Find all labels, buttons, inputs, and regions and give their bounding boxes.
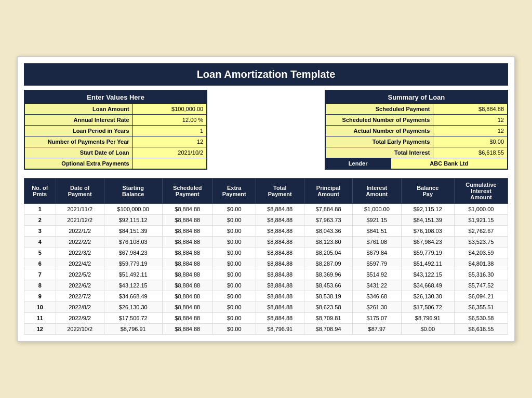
total-interest-label: Total Interest bbox=[326, 147, 434, 158]
cell-total: $8,796.91 bbox=[256, 324, 304, 335]
cell-interest: $431.22 bbox=[353, 280, 401, 291]
cell-interest: $346.68 bbox=[353, 291, 401, 302]
cell-cum-interest: $5,316.30 bbox=[455, 269, 508, 280]
cell-start-bal: $59,779.19 bbox=[104, 258, 162, 269]
payments-per-year-label: Number of Payments Per Year bbox=[25, 136, 133, 147]
cell-total: $8,884.88 bbox=[256, 237, 304, 248]
cell-principal: $8,205.04 bbox=[304, 248, 352, 258]
cell-no: 9 bbox=[24, 291, 56, 302]
cell-no: 10 bbox=[24, 302, 56, 313]
cell-scheduled: $8,884.88 bbox=[162, 248, 212, 258]
extra-payments-label: Optional Extra Payments bbox=[25, 158, 133, 169]
table-row: 4 2022/2/2 $76,108.03 $8,884.88 $0.00 $8… bbox=[24, 237, 508, 248]
actual-num-label: Actual Number of Payments bbox=[326, 126, 434, 136]
cell-no: 8 bbox=[24, 280, 56, 291]
scheduled-num-row: Scheduled Number of Payments 12 bbox=[326, 115, 507, 126]
actual-num-row: Actual Number of Payments 12 bbox=[326, 126, 507, 136]
interest-rate-value[interactable]: 12.00 % bbox=[133, 115, 207, 125]
cell-start-bal: $84,151.39 bbox=[104, 226, 162, 237]
cell-interest: $87.97 bbox=[353, 324, 401, 335]
table-row: 12 2022/10/2 $8,796.91 $8,884.88 $0.00 $… bbox=[24, 324, 508, 335]
cell-extra: $0.00 bbox=[212, 269, 256, 280]
cell-principal: $7,963.73 bbox=[304, 215, 352, 226]
cell-cum-interest: $6,618.55 bbox=[455, 324, 508, 335]
cell-extra: $0.00 bbox=[212, 237, 256, 248]
summary-section: Summary of Loan Scheduled Payment $8,884… bbox=[325, 90, 508, 170]
cell-total: $8,884.88 bbox=[256, 258, 304, 269]
cell-scheduled: $8,884.88 bbox=[162, 226, 212, 237]
amortization-table: No. ofPmts Date ofPayment StartingBalanc… bbox=[24, 178, 508, 335]
cell-balance: $59,779.19 bbox=[401, 248, 455, 258]
cell-interest: $841.51 bbox=[353, 226, 401, 237]
cell-extra: $0.00 bbox=[212, 215, 256, 226]
cell-date: 2022/7/2 bbox=[56, 291, 104, 302]
cell-total: $8,884.88 bbox=[256, 291, 304, 302]
cell-extra: $0.00 bbox=[212, 291, 256, 302]
cell-principal: $8,623.58 bbox=[304, 302, 352, 313]
cell-principal: $8,453.66 bbox=[304, 280, 352, 291]
cell-no: 2 bbox=[24, 215, 56, 226]
enter-values-header: Enter Values Here bbox=[25, 91, 206, 104]
table-row: 6 2022/4/2 $59,779.19 $8,884.88 $0.00 $8… bbox=[24, 258, 508, 269]
cell-interest: $921.15 bbox=[353, 215, 401, 226]
cell-extra: $0.00 bbox=[212, 248, 256, 258]
cell-scheduled: $8,884.88 bbox=[162, 204, 212, 215]
table-row: 2 2021/12/2 $92,115.12 $8,884.88 $0.00 $… bbox=[24, 215, 508, 226]
cell-date: 2021/11/2 bbox=[56, 204, 104, 215]
cell-date: 2022/9/2 bbox=[56, 313, 104, 324]
total-interest-row: Total Interest $6,618.55 bbox=[326, 147, 507, 158]
cell-interest: $679.84 bbox=[353, 248, 401, 258]
cell-extra: $0.00 bbox=[212, 313, 256, 324]
extra-payments-row: Optional Extra Payments bbox=[25, 158, 206, 169]
cell-start-bal: $76,108.03 bbox=[104, 237, 162, 248]
start-date-label: Start Date of Loan bbox=[25, 147, 133, 158]
table-row: 10 2022/8/2 $26,130.30 $8,884.88 $0.00 $… bbox=[24, 302, 508, 313]
table-row: 11 2022/9/2 $17,506.72 $8,884.88 $0.00 $… bbox=[24, 313, 508, 324]
total-interest-value: $6,618.55 bbox=[433, 147, 507, 158]
cell-extra: $0.00 bbox=[212, 324, 256, 335]
scheduled-num-label: Scheduled Number of Payments bbox=[326, 115, 434, 125]
cell-balance: $84,151.39 bbox=[401, 215, 455, 226]
loan-amount-value[interactable]: $100,000.00 bbox=[133, 104, 207, 114]
cell-principal: $8,369.96 bbox=[304, 269, 352, 280]
cell-principal: $8,287.09 bbox=[304, 258, 352, 269]
cell-date: 2022/4/2 bbox=[56, 258, 104, 269]
cell-start-bal: $43,122.15 bbox=[104, 280, 162, 291]
cell-no: 6 bbox=[24, 258, 56, 269]
actual-num-value: 12 bbox=[433, 126, 507, 136]
start-date-value[interactable]: 2021/10/2 bbox=[133, 147, 207, 158]
cell-scheduled: $8,884.88 bbox=[162, 237, 212, 248]
cell-no: 4 bbox=[24, 237, 56, 248]
cell-balance: $67,984.23 bbox=[401, 237, 455, 248]
col-date: Date ofPayment bbox=[56, 179, 104, 204]
col-extra: ExtraPayment bbox=[212, 179, 256, 204]
main-container: Loan Amortization Template Enter Values … bbox=[17, 56, 515, 342]
cell-no: 12 bbox=[24, 324, 56, 335]
loan-period-label: Loan Period in Years bbox=[25, 126, 133, 136]
scheduled-payment-row: Scheduled Payment $8,884.88 bbox=[326, 104, 507, 115]
col-balance: BalancePay bbox=[401, 179, 455, 204]
cell-interest: $514.92 bbox=[353, 269, 401, 280]
cell-cum-interest: $6,355.51 bbox=[455, 302, 508, 313]
cell-principal: $8,538.19 bbox=[304, 291, 352, 302]
cell-start-bal: $67,984.23 bbox=[104, 248, 162, 258]
enter-values-section: Enter Values Here Loan Amount $100,000.0… bbox=[24, 90, 207, 170]
table-row: 3 2022/1/2 $84,151.39 $8,884.88 $0.00 $8… bbox=[24, 226, 508, 237]
table-row: 5 2022/3/2 $67,984.23 $8,884.88 $0.00 $8… bbox=[24, 248, 508, 258]
cell-scheduled: $8,884.88 bbox=[162, 258, 212, 269]
cell-cum-interest: $2,762.67 bbox=[455, 226, 508, 237]
total-early-label: Total Early Payments bbox=[326, 136, 434, 147]
payments-per-year-value[interactable]: 12 bbox=[133, 136, 207, 147]
middle-spacer bbox=[211, 90, 321, 170]
table-row: 9 2022/7/2 $34,668.49 $8,884.88 $0.00 $8… bbox=[24, 291, 508, 302]
lender-label: Lender bbox=[326, 158, 391, 169]
cell-interest: $761.08 bbox=[353, 237, 401, 248]
cell-balance: $51,492.11 bbox=[401, 258, 455, 269]
col-principal: PrincipalAmount bbox=[304, 179, 352, 204]
cell-balance: $34,668.49 bbox=[401, 280, 455, 291]
loan-period-value[interactable]: 1 bbox=[133, 126, 207, 136]
cell-date: 2022/5/2 bbox=[56, 269, 104, 280]
col-scheduled: ScheduledPayment bbox=[162, 179, 212, 204]
extra-payments-value[interactable] bbox=[133, 158, 207, 169]
cell-extra: $0.00 bbox=[212, 258, 256, 269]
